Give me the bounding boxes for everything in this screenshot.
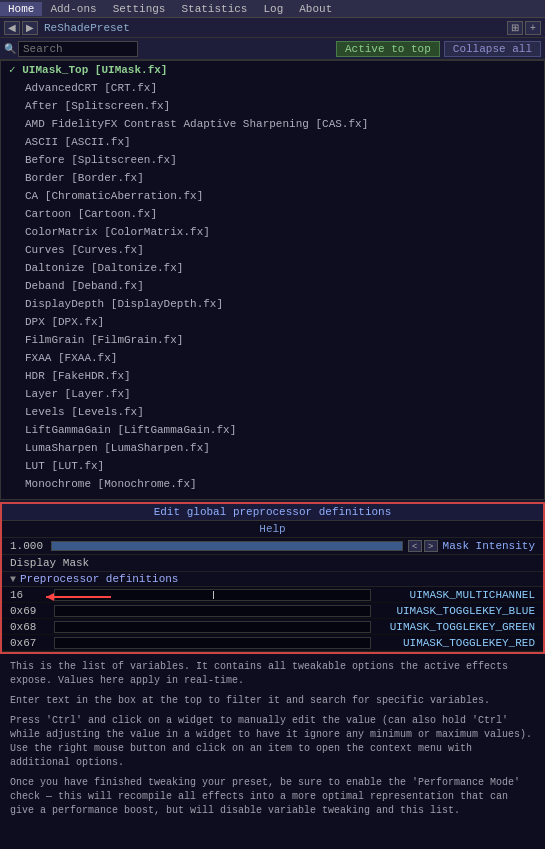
var-id-0x68: 0x68 <box>10 621 50 633</box>
var-input-0x69[interactable] <box>54 605 371 617</box>
mask-nav-left[interactable]: < <box>408 540 422 552</box>
effect-item-ca[interactable]: CA [ChromaticAberration.fx] <box>1 187 544 205</box>
effect-item-dpx[interactable]: DPX [DPX.fx] <box>1 313 544 331</box>
effect-item-lumasharpen[interactable]: LumaSharpen [LumaSharpen.fx] <box>1 439 544 457</box>
effect-item-advancedcrt[interactable]: AdvancedCRT [CRT.fx] <box>1 79 544 97</box>
variable-row-0x67[interactable]: 0x67 UIMASK_TOGGLEKEY_RED <box>2 635 543 651</box>
var-id-16: 16 <box>10 589 50 601</box>
edit-global-section: Edit global preprocessor definitions Hel… <box>0 502 545 654</box>
var-id-0x69: 0x69 <box>10 605 50 617</box>
add-button[interactable]: + <box>525 21 541 35</box>
effect-item-deband[interactable]: Deband [Deband.fx] <box>1 277 544 295</box>
effect-item-levels[interactable]: Levels [Levels.fx] <box>1 403 544 421</box>
effect-item-before[interactable]: Before [Splitscreen.fx] <box>1 151 544 169</box>
variables-table: 16 UIMASK_MULTICHANNEL 0x69 UIMASK_TOGGL… <box>2 587 543 652</box>
effect-item-after[interactable]: After [Splitscreen.fx] <box>1 97 544 115</box>
effect-item-curves[interactable]: Curves [Curves.fx] <box>1 241 544 259</box>
effect-item-cartoon[interactable]: Cartoon [Cartoon.fx] <box>1 205 544 223</box>
effect-item-monochrome[interactable]: Monochrome [Monochrome.fx] <box>1 475 544 493</box>
desc-para3: Press 'Ctrl' and click on a widget to ma… <box>10 714 535 770</box>
effect-item-daltonize[interactable]: Daltonize [Daltonize.fx] <box>1 259 544 277</box>
effect-item-uimask-top[interactable]: UIMask_Top [UIMask.fx] <box>1 61 544 79</box>
effect-item-amd[interactable]: AMD FidelityFX Contrast Adaptive Sharpen… <box>1 115 544 133</box>
mask-intensity-row: 1.000 < > Mask Intensity <box>2 538 543 555</box>
mask-value: 1.000 <box>10 540 43 552</box>
effect-item-colormatrix[interactable]: ColorMatrix [ColorMatrix.fx] <box>1 223 544 241</box>
active-to-top-button[interactable]: Active to top <box>336 41 440 57</box>
desc-para4: Once you have finished tweaking your pre… <box>10 776 535 818</box>
preprocessor-label: Preprocessor definitions <box>20 573 178 585</box>
search-icon: 🔍 <box>4 43 16 55</box>
nav-prev-button[interactable]: ◀ <box>4 21 20 35</box>
var-input-0x67[interactable] <box>54 637 371 649</box>
var-input-16[interactable] <box>54 589 371 601</box>
preprocessor-row[interactable]: ▼ Preprocessor definitions <box>2 572 543 587</box>
desc-para2: Enter text in the box at the top to filt… <box>10 694 535 708</box>
preset-title: ReShadePreset <box>40 22 505 34</box>
menu-settings[interactable]: Settings <box>105 2 174 16</box>
help-label: Help <box>259 523 285 535</box>
effect-item-lut[interactable]: LUT [LUT.fx] <box>1 457 544 475</box>
menu-log[interactable]: Log <box>255 2 291 16</box>
nav-next-button[interactable]: ▶ <box>22 21 38 35</box>
display-mask-row: Display Mask <box>2 555 543 572</box>
mask-intensity-label: Mask Intensity <box>443 540 535 552</box>
menu-home[interactable]: Home <box>0 2 42 16</box>
effect-item-liftgammagain[interactable]: LiftGammaGain [LiftGammaGain.fx] <box>1 421 544 439</box>
triangle-icon: ▼ <box>10 574 16 585</box>
help-row: Help <box>2 521 543 538</box>
menu-addons[interactable]: Add-ons <box>42 2 104 16</box>
variable-row-16[interactable]: 16 UIMASK_MULTICHANNEL <box>2 587 543 603</box>
mask-nav-right[interactable]: > <box>424 540 438 552</box>
title-bar: ◀ ▶ ReShadePreset ⊞ + <box>0 18 545 38</box>
description-area: This is the list of variables. It contai… <box>0 654 545 849</box>
var-name-0x68: UIMASK_TOGGLEKEY_GREEN <box>375 621 535 633</box>
export-button[interactable]: ⊞ <box>507 21 523 35</box>
search-bar: 🔍 Active to top Collapse all <box>0 38 545 60</box>
variable-row-0x68[interactable]: 0x68 UIMASK_TOGGLEKEY_GREEN <box>2 619 543 635</box>
effect-item-border[interactable]: Border [Border.fx] <box>1 169 544 187</box>
menu-about[interactable]: About <box>291 2 340 16</box>
effect-list[interactable]: UIMask_Top [UIMask.fx] AdvancedCRT [CRT.… <box>0 60 545 500</box>
var-input-0x68[interactable] <box>54 621 371 633</box>
effect-item-hdr[interactable]: HDR [FakeHDR.fx] <box>1 367 544 385</box>
var-id-0x67: 0x67 <box>10 637 50 649</box>
collapse-all-button[interactable]: Collapse all <box>444 41 541 57</box>
effect-item-layer[interactable]: Layer [Layer.fx] <box>1 385 544 403</box>
effect-item-filmgrain[interactable]: FilmGrain [FilmGrain.fx] <box>1 331 544 349</box>
main-container: UIMask_Top [UIMask.fx] AdvancedCRT [CRT.… <box>0 60 545 849</box>
effect-item-ascii[interactable]: ASCII [ASCII.fx] <box>1 133 544 151</box>
desc-para1: This is the list of variables. It contai… <box>10 660 535 688</box>
effect-item-fxaa[interactable]: FXAA [FXAA.fx] <box>1 349 544 367</box>
search-input[interactable] <box>18 41 138 57</box>
edit-global-header: Edit global preprocessor definitions <box>2 504 543 521</box>
display-mask-label: Display Mask <box>10 557 89 569</box>
var-name-0x69: UIMASK_TOGGLEKEY_BLUE <box>375 605 535 617</box>
var-name-16: UIMASK_MULTICHANNEL <box>375 589 535 601</box>
mask-slider[interactable] <box>51 541 403 551</box>
var-name-0x67: UIMASK_TOGGLEKEY_RED <box>375 637 535 649</box>
bottom-section: Edit global preprocessor definitions Hel… <box>0 500 545 849</box>
menu-statistics[interactable]: Statistics <box>173 2 255 16</box>
menu-bar: Home Add-ons Settings Statistics Log Abo… <box>0 0 545 18</box>
effect-item-displaydepth[interactable]: DisplayDepth [DisplayDepth.fx] <box>1 295 544 313</box>
variable-row-0x69[interactable]: 0x69 UIMASK_TOGGLEKEY_BLUE <box>2 603 543 619</box>
